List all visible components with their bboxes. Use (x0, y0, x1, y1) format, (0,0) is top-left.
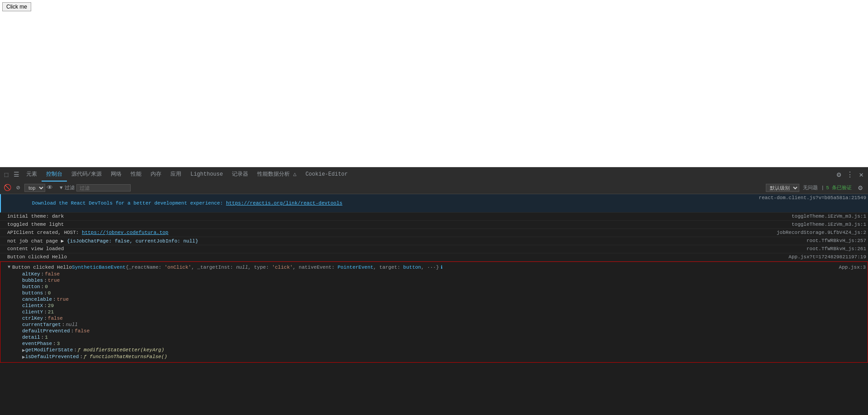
devtools-panel: ⬚ ☰ 元素 控制台 源代码/来源 网络 性能 内存 应用 Lighthouse… (0, 167, 868, 415)
console-line-apiclient: APIClient created, HOST: https://jobnev.… (0, 229, 868, 237)
console-text-react-devtools: Download the React DevTools for a better… (8, 195, 751, 211)
console-source-react-devtools[interactable]: react-dom.client.js?v=b05a581a:21549 (751, 195, 866, 201)
settings-icon[interactable]: ⚙ (834, 170, 844, 179)
tab-console[interactable]: 控制台 (42, 168, 67, 182)
prop-currenttarget: currentTarget: null (0, 322, 868, 328)
filter-label: 过滤 (65, 184, 75, 191)
prop-clienty: clientY: 21 (0, 309, 868, 315)
console-line-notjobchat: not job chat page ▶ {isJobChatPage: fals… (0, 237, 868, 245)
collapse-icon[interactable]: ▼ (8, 265, 10, 270)
tab-cookie-editor[interactable]: Cookie-Editor (301, 168, 353, 182)
app-area: Click me (0, 0, 868, 167)
prop-bubbles: bubbles: true (0, 277, 868, 284)
tab-recorder[interactable]: 记录器 (227, 168, 253, 182)
no-issues-label: 无问题 (803, 184, 818, 191)
obj-header-prefix: Button clicked Hello (12, 265, 72, 270)
tab-elements[interactable]: 元素 (22, 168, 42, 182)
obj-short-desc: {_reactName: 'onClick', _targetInst: nul… (126, 265, 439, 270)
issues-count-label: 5 条已验证 (826, 184, 852, 191)
obj-header: ▼ Button clicked Hello SyntheticBaseEven… (0, 264, 868, 271)
inspect-icon[interactable]: ⬚ (2, 170, 11, 179)
prop-altkey: altKey: false (0, 271, 868, 277)
device-icon[interactable]: ☰ (12, 170, 21, 179)
obj-type-label: SyntheticBaseEvent (72, 265, 126, 270)
prop-defaultprevented: defaultPrevented: false (0, 328, 868, 334)
clear-console-icon[interactable]: 🚫 (3, 183, 12, 192)
prop-eventphase: eventPhase: 3 (0, 340, 868, 347)
console-source-expanded[interactable]: App.jsx:3 (832, 265, 866, 270)
console-text-toggled-theme: toggled theme light (7, 222, 784, 227)
apiclient-link[interactable]: https://jobnev.codefutura.top (82, 230, 168, 235)
prop-cancelable: cancelable: true (0, 296, 868, 303)
tab-sources[interactable]: 源代码/来源 (67, 168, 106, 182)
expand-isdefaultprevented-icon[interactable]: ▶ (22, 354, 25, 360)
console-text-button-clicked: Button clicked Hello (7, 254, 781, 260)
console-text-content-view: content view loaded (7, 246, 799, 252)
info-icon[interactable]: ℹ (441, 265, 443, 270)
console-text-apiclient: APIClient created, HOST: https://jobnev.… (7, 230, 769, 235)
click-me-button[interactable]: Click me (2, 2, 31, 11)
tab-memory[interactable]: 内存 (146, 168, 166, 182)
context-selector[interactable]: top (24, 184, 45, 192)
console-line-toggled-theme: toggled theme light toggleTheme.iEzVm_m3… (0, 221, 868, 229)
prop-clientx: clientX: 29 (0, 303, 868, 309)
eye-icon[interactable]: 👁 (45, 183, 54, 192)
console-settings-icon[interactable]: ⚙ (855, 183, 865, 192)
console-source-content-view[interactable]: root.TfWRBkvH_js:261 (799, 246, 866, 252)
filter-icon: ▼ (60, 185, 63, 191)
console-source-apiclient[interactable]: jobRecordStorage.9LfbV4Z4_js:2 (769, 230, 866, 235)
console-source-toggled-theme[interactable]: toggleTheme.iEzVm_m3.js:1 (784, 222, 866, 227)
prop-buttons: buttons: 0 (0, 290, 868, 296)
console-line-button-clicked: Button clicked Hello App.jsx?t=172482982… (0, 253, 868, 261)
prop-button: button: 0 (0, 284, 868, 290)
console-line-react-devtools: Download the React DevTools for a better… (0, 194, 868, 213)
tab-network[interactable]: 网络 (106, 168, 126, 182)
console-toolbar: 🚫 ⊘ top 👁 ▼ 过滤 默认级别 无问题 | 5 条已验证 ⚙ (0, 182, 868, 194)
prop-detail: detail: 1 (0, 334, 868, 340)
more-options-icon[interactable]: ⋮ (844, 170, 856, 179)
tab-lighthouse[interactable]: Lighthouse (186, 168, 227, 182)
stop-on-errors-icon[interactable]: ⊘ (14, 183, 23, 192)
log-level-select[interactable]: 默认级别 (766, 184, 799, 192)
tab-performance-insights[interactable]: 性能数据分析 △ (253, 168, 301, 182)
console-source-initial-theme[interactable]: toggleTheme.iEzVm_m3.js:1 (784, 214, 866, 219)
prop-ctrlkey: ctrlKey: false (0, 315, 868, 322)
console-text-initial-theme: initial theme: dark (7, 214, 784, 219)
separator: | (821, 185, 825, 191)
console-text-notjobchat: not job chat page ▶ {isJobChatPage: fals… (7, 238, 799, 244)
expand-getmodifierstate-icon[interactable]: ▶ (22, 347, 25, 353)
tab-application[interactable]: 应用 (166, 168, 186, 182)
close-devtools-icon[interactable]: ✕ (856, 170, 866, 179)
console-output: Download the React DevTools for a better… (0, 194, 868, 415)
filter-input[interactable] (76, 184, 131, 191)
prop-isdefaultprevented: ▶ isDefaultPrevented: ƒ functionThatRetu… (0, 354, 868, 360)
tab-performance[interactable]: 性能 (126, 168, 146, 182)
prop-getmodifierstate: ▶ getModifierState: ƒ modifierStateGette… (0, 347, 868, 354)
console-source-button-clicked[interactable]: App.jsx?t=1724829821197:19 (781, 254, 866, 260)
react-devtools-link[interactable]: https://reactis.org/link/react-devtools (226, 201, 342, 206)
devtools-tab-bar: ⬚ ☰ 元素 控制台 源代码/来源 网络 性能 内存 应用 Lighthouse… (0, 167, 868, 182)
console-line-content-view: content view loaded root.TfWRBkvH_js:261 (0, 245, 868, 253)
expanded-event-object: ▼ Button clicked Hello SyntheticBaseEven… (0, 261, 868, 363)
console-source-notjobchat[interactable]: root.TfWRBkvH_js:257 (799, 238, 866, 243)
console-line-initial-theme: initial theme: dark toggleTheme.iEzVm_m3… (0, 213, 868, 221)
